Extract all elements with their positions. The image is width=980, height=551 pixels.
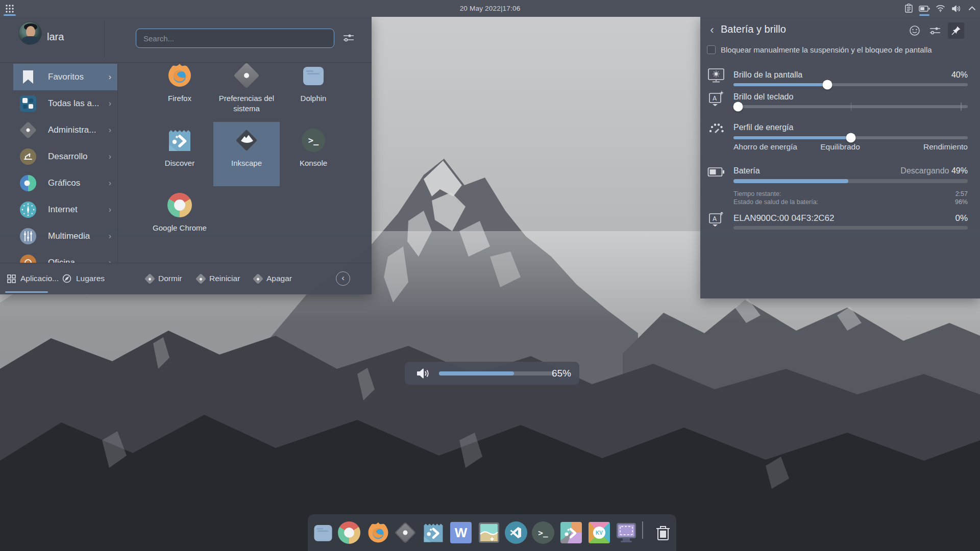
keyboard-brightness-icon: A	[706, 89, 726, 109]
dock-item-virtual-machine[interactable]	[615, 521, 638, 544]
dock-item-firefox[interactable]	[366, 521, 390, 544]
checkbox[interactable]	[707, 45, 716, 54]
dock-item-gwenview[interactable]	[477, 521, 501, 544]
sidebar-item-label: Administra...	[48, 125, 109, 135]
volume-osd-fill	[439, 371, 514, 375]
app-preferencias-del-sistema[interactable]: Preferencias del sistema	[213, 57, 280, 121]
search-input[interactable]	[136, 29, 334, 48]
back-chevron-icon[interactable]: ‹	[705, 23, 719, 37]
sidebar-item-internet[interactable]: Internet ›	[13, 196, 117, 223]
battery-status-value: Descargando 49%	[900, 166, 968, 176]
chevron-right-icon: ›	[109, 179, 111, 188]
slider-knob[interactable]	[846, 133, 855, 143]
expand-arrow-icon[interactable]	[966, 0, 978, 17]
battery-progress-bar	[733, 179, 968, 183]
pin-icon[interactable]	[948, 22, 964, 39]
dock-item-dolphin[interactable]	[311, 521, 335, 544]
tab-lugares[interactable]: Lugares	[62, 263, 105, 294]
battery-health-label: Estado de salud de la batería:	[733, 198, 818, 206]
collapse-left-icon[interactable]: ‹	[336, 271, 350, 286]
app-konsole[interactable]: >_ Konsole	[280, 122, 347, 186]
speaker-icon	[416, 367, 430, 380]
launcher-footer: Aplicacio... Lugares Dormir Reiniciar Ap…	[0, 263, 372, 294]
time-remaining-label: Tiempo restante:	[733, 190, 781, 197]
sidebar-item-multimedia[interactable]: Multimedia ›	[13, 223, 117, 249]
sidebar-item-graficos[interactable]: Gráficos ›	[13, 170, 117, 196]
places-compass-icon	[62, 274, 71, 283]
lock-suspend-checkbox-row[interactable]: Bloquear manualmente la suspensión y el …	[707, 45, 932, 54]
dock-item-kvantum[interactable]: KV	[587, 521, 611, 544]
dock-item-vscode[interactable]	[504, 521, 528, 544]
shutdown-button[interactable]: Apagar	[254, 263, 292, 294]
keyboard-brightness-slider[interactable]	[733, 105, 968, 108]
battery-status-text: Descargando	[900, 166, 949, 175]
chevron-right-icon: ›	[109, 72, 111, 82]
dock-item-konsole[interactable]: >_	[531, 521, 555, 544]
dolphin-folder-icon	[312, 521, 334, 544]
category-sidebar: Favoritos › Todas las a... › Administra.…	[0, 64, 117, 263]
launcher-header: lara	[0, 17, 372, 61]
sidebar-item-favoritos[interactable]: Favoritos ›	[13, 64, 117, 90]
sleep-button[interactable]: Dormir	[146, 263, 182, 294]
slider-knob[interactable]	[733, 102, 743, 112]
chevron-right-icon: ›	[109, 99, 111, 108]
app-label: Dolphin	[301, 93, 327, 104]
user-avatar[interactable]	[18, 21, 42, 45]
tab-aplicaciones[interactable]: Aplicacio...	[7, 263, 59, 294]
chevron-right-icon: ›	[109, 126, 111, 135]
app-dolphin[interactable]: Dolphin	[280, 57, 347, 121]
app-label: Preferencias del sistema	[213, 93, 280, 114]
app-firefox[interactable]: Firefox	[146, 57, 213, 121]
sidebar-item-administracion[interactable]: Administra... ›	[13, 117, 117, 143]
app-google-chrome[interactable]: Google Chrome	[146, 187, 213, 251]
slider-knob[interactable]	[822, 80, 832, 90]
sidebar-item-todas-las-aplicaciones[interactable]: Todas las a... ›	[13, 90, 117, 117]
app-discover[interactable]: Discover	[146, 122, 213, 186]
kde-color-app-icon	[560, 522, 582, 543]
battery-status-icon	[706, 162, 726, 182]
avatar-body	[22, 36, 39, 45]
dock-item-kde-color-app[interactable]	[559, 521, 583, 544]
discover-icon	[422, 521, 445, 544]
chrome-icon	[166, 192, 193, 218]
restart-button[interactable]: Reiniciar	[197, 263, 240, 294]
profile-option-rendimiento[interactable]: Rendimiento	[923, 142, 968, 152]
volume-icon[interactable]	[950, 0, 962, 17]
dock-item-discover[interactable]	[422, 521, 445, 544]
sidebar-item-desarrollo[interactable]: Desarrollo ›	[13, 143, 117, 170]
battery-active-underline	[919, 14, 929, 16]
chevron-right-icon: ›	[109, 232, 111, 241]
progress-fill	[733, 179, 848, 183]
sidebar-item-label: Multimedia	[48, 231, 109, 241]
graphics-icon	[19, 174, 37, 192]
volume-osd: 65%	[405, 362, 579, 385]
clipboard-icon[interactable]	[902, 0, 915, 17]
battery-icon[interactable]	[918, 0, 930, 17]
app-label: Google Chrome	[153, 223, 207, 233]
device-label: ELAN900C:00 04F3:2C62	[733, 213, 835, 223]
screen-brightness-slider[interactable]	[733, 83, 968, 86]
device-progress-bar	[733, 226, 968, 230]
dock-item-word-processor[interactable]: W	[449, 521, 473, 544]
dock-item-system-settings[interactable]	[394, 521, 417, 544]
system-tray	[902, 0, 978, 17]
power-profile-slider[interactable]	[733, 136, 968, 139]
trash-icon	[655, 524, 671, 541]
dock-item-trash[interactable]	[651, 521, 675, 544]
dock-item-google-chrome[interactable]	[337, 521, 361, 544]
app-inkscape[interactable]: Inkscape	[213, 122, 280, 186]
sleep-icon	[144, 273, 155, 284]
emoji-status-icon[interactable]	[906, 22, 923, 39]
discover-icon	[166, 127, 193, 154]
configure-sliders-icon[interactable]	[927, 22, 943, 39]
sidebar-item-label: Desarrollo	[48, 152, 109, 162]
volume-osd-value: 65%	[552, 368, 571, 379]
filter-sliders-icon[interactable]	[341, 29, 356, 46]
wifi-icon[interactable]	[934, 0, 946, 17]
session-label: Apagar	[266, 274, 292, 283]
volume-osd-bar	[439, 371, 554, 375]
bookmark-icon	[19, 68, 37, 86]
sidebar-item-oficina[interactable]: Oficina ›	[13, 249, 117, 263]
app-label: Inkscape	[231, 158, 262, 168]
clock[interactable]: 20 May 2022|17:06	[0, 0, 980, 17]
